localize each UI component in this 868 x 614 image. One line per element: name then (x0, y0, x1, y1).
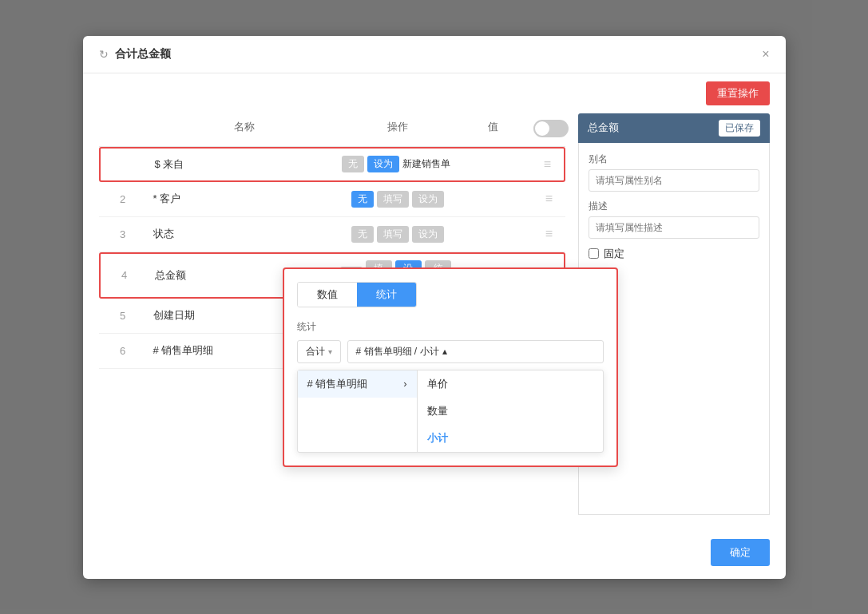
row-ops-1: 无 设为 新建销售单 (340, 156, 452, 172)
op-fill-2[interactable]: 填写 (377, 191, 409, 208)
sub-item-label: 小计 (427, 431, 448, 446)
table-row: $ 来自 无 设为 新建销售单 ≡ (99, 147, 565, 182)
row-num-2: 2 (99, 193, 147, 205)
row-ops-3: 无 填写 设为 (342, 226, 454, 243)
row-num-4: 4 (101, 269, 149, 281)
tab-value[interactable]: 数值 (298, 283, 357, 307)
modal: ↻ 合计总金额 × 重置操作 名称 操作 值 (83, 36, 786, 579)
row-num-5: 5 (99, 310, 147, 322)
aggregate-select[interactable]: 合计 ▾ (297, 340, 341, 363)
op-set-1[interactable]: 设为 (367, 156, 399, 172)
row-num-3: 3 (99, 228, 147, 240)
sub-item-label: 单价 (427, 377, 448, 391)
chevron-down-icon: ▾ (328, 347, 332, 356)
reset-button[interactable]: 重置操作 (706, 81, 770, 105)
row-name-2: * 客户 (147, 192, 342, 206)
row-drag-3: ≡ (533, 227, 565, 241)
desc-input[interactable] (589, 216, 759, 239)
tabs-row: 数值 统计 (297, 282, 417, 307)
modal-toolbar: 重置操作 (83, 73, 786, 113)
alias-label: 别名 (589, 153, 759, 166)
cascade-col-main: # 销售单明细 › (298, 370, 418, 452)
dropdown-popup: 数值 统计 统计 合计 ▾ # 销售单明细 / 小计 ▴ (283, 267, 618, 467)
row-num-6: 6 (99, 345, 147, 357)
op-fill-3[interactable]: 填写 (377, 226, 409, 243)
op-none-3[interactable]: 无 (351, 226, 374, 243)
row-name-3: 状态 (147, 227, 342, 241)
confirm-button[interactable]: 确定 (711, 539, 770, 566)
col-operation: 操作 (342, 120, 454, 140)
tab-stat[interactable]: 统计 (357, 283, 416, 307)
table-row: 2 * 客户 无 填写 设为 ≡ (99, 182, 565, 217)
op-none-1[interactable]: 无 (342, 156, 364, 172)
modal-header: ↻ 合计总金额 × (83, 36, 786, 73)
row-drag-2: ≡ (533, 192, 565, 206)
cascade-item-sales-detail[interactable]: # 销售单明细 › (298, 370, 417, 398)
row-name-1: $ 来自 (149, 157, 340, 172)
op-none-2[interactable]: 无 (351, 191, 374, 208)
op-set-2[interactable]: 设为 (412, 191, 444, 208)
stat-row: 合计 ▾ # 销售单明细 / 小计 ▴ (297, 340, 604, 363)
op-set-3[interactable]: 设为 (412, 226, 444, 243)
toggle-switch[interactable] (533, 120, 569, 137)
cascade-sub-unit-price[interactable]: 单价 (418, 370, 482, 398)
col-name: 名称 (147, 120, 342, 140)
chevron-up-icon: ▴ (442, 346, 447, 357)
col-value: 值 (454, 120, 533, 140)
cascade-col-sub: 单价 数量 小计 (418, 370, 482, 452)
saved-badge: 已保存 (719, 120, 760, 137)
modal-title: 合计总金额 (115, 47, 171, 61)
cascade-sub-subtotal[interactable]: 小计 (418, 425, 482, 452)
cascade-container: # 销售单明细 › 单价 数量 小计 (297, 370, 604, 453)
fixed-label: 固定 (604, 247, 624, 261)
sub-item-label: 数量 (427, 404, 448, 418)
row-drag-1: ≡ (532, 157, 564, 172)
cascade-item-label: # 销售单明细 (307, 377, 368, 391)
fixed-row: 固定 (589, 247, 759, 261)
op-extra-1: 新建销售单 (402, 157, 450, 171)
close-button[interactable]: × (762, 48, 769, 61)
right-panel-header: 总金额 已保存 (578, 113, 770, 143)
stat-section-label: 统计 (297, 320, 604, 334)
cascade-menu: # 销售单明细 › 单价 数量 小计 (297, 370, 604, 453)
field-select[interactable]: # 销售单明细 / 小计 ▴ (347, 340, 604, 363)
cascade-sub-quantity[interactable]: 数量 (418, 398, 482, 425)
desc-label: 描述 (589, 200, 759, 213)
table-row: 3 状态 无 填写 设为 ≡ (99, 217, 565, 252)
aggregate-value: 合计 (306, 345, 325, 358)
row-ops-2: 无 填写 设为 (342, 191, 454, 208)
chevron-right-icon: › (403, 378, 406, 390)
col-num (99, 120, 147, 140)
modal-footer: 确定 (83, 531, 786, 579)
refresh-icon: ↻ (99, 48, 109, 61)
field-value: # 销售单明细 / 小计 (356, 345, 439, 358)
alias-input[interactable] (589, 169, 759, 192)
fixed-checkbox[interactable] (589, 248, 599, 259)
table-header: 名称 操作 值 (99, 113, 565, 147)
col-toggle[interactable] (533, 120, 565, 140)
right-panel-title: 总金额 (588, 121, 619, 135)
